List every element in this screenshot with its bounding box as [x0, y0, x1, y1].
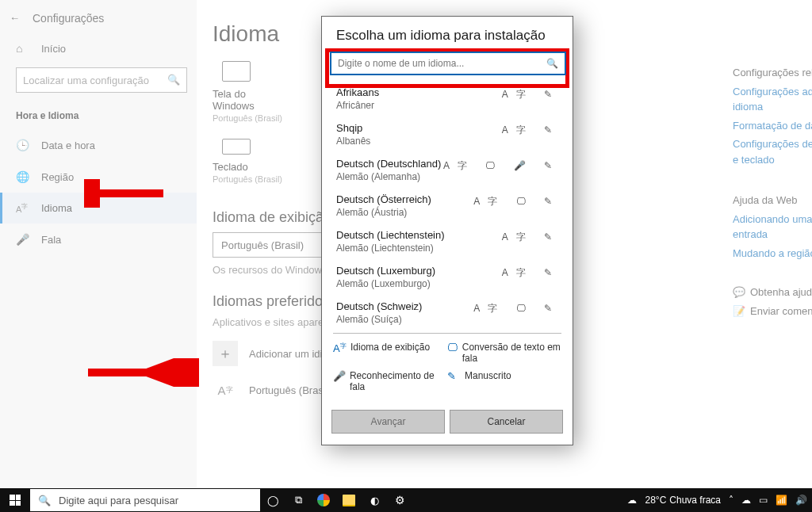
legend-display-icon: A字 — [333, 342, 350, 354]
choose-language-dialog: Escolha um idioma para instalação Digite… — [321, 16, 573, 445]
legend-display: Idioma de exibição — [350, 342, 430, 353]
windows-icon — [10, 495, 21, 506]
wifi-icon[interactable]: 📶 — [776, 495, 787, 506]
lang-row-deutsch-de[interactable]: Deutsch (Deutschland) Alemão (Alemanha) … — [322, 151, 573, 187]
sound-icon[interactable]: 🔊 — [795, 495, 807, 506]
lang-feature-icons: A字 ✎ — [502, 266, 560, 280]
lang-feature-icons: A字 ✎ — [502, 231, 560, 244]
chrome-button[interactable] — [311, 488, 336, 512]
onedrive-icon[interactable]: ☁ — [741, 495, 751, 506]
divider — [333, 333, 561, 334]
lang-row-deutsch-li[interactable]: Deutsch (Liechtenstein) Alemão (Liechten… — [322, 223, 573, 258]
lang-row-deutsch-lu[interactable]: Deutsch (Luxemburg) Alemão (Luxemburgo) … — [322, 258, 573, 294]
legend-hand: Manuscrito — [465, 370, 511, 381]
legend-speech-icon: 🎤 — [333, 370, 350, 382]
legend-speech: Reconhecimento de fala — [350, 370, 447, 392]
cortana-button[interactable]: ◯ — [260, 488, 285, 512]
weather-temp[interactable]: 28°C — [645, 495, 666, 506]
app-button[interactable]: ◐ — [362, 488, 387, 512]
next-button: Avançar — [331, 410, 445, 434]
legend-hand-icon: ✎ — [447, 370, 465, 382]
lang-row-afrikaans[interactable]: Afrikaans Africâner A字 ✎ — [322, 80, 573, 116]
lang-feature-icons: A字 🖵 ✎ — [473, 302, 560, 315]
search-icon: 🔍 — [546, 58, 558, 69]
legend-tts: Conversão de texto em fala — [462, 342, 561, 364]
task-view-button[interactable]: ⧉ — [285, 488, 311, 512]
gear-icon: ⚙ — [395, 494, 405, 506]
lang-row-deutsch-ch[interactable]: Deutsch (Schweiz) Alemão (Suíça) A字 🖵 ✎ — [322, 294, 573, 330]
explorer-button[interactable] — [336, 488, 362, 512]
cancel-button[interactable]: Cancelar — [450, 410, 563, 434]
lang-feature-icons: A字 ✎ — [502, 88, 560, 101]
settings-button[interactable]: ⚙ — [387, 488, 412, 512]
battery-icon[interactable]: ▭ — [759, 495, 768, 506]
lang-row-deutsch-at[interactable]: Deutsch (Österreich) Alemão (Áustria) A字… — [322, 187, 573, 223]
lang-feature-icons: A字 🖵 ✎ — [473, 195, 560, 208]
dialog-search-placeholder: Digite o nome de um idioma... — [338, 58, 464, 69]
legend-tts-icon: 🖵 — [447, 342, 462, 353]
chrome-icon — [317, 494, 330, 506]
taskbar-search[interactable]: 🔍 Digite aqui para pesquisar — [30, 489, 260, 511]
weather-text[interactable]: Chuva fraca — [669, 495, 721, 506]
start-button[interactable] — [0, 488, 30, 512]
dialog-title: Escolha um idioma para instalação — [322, 17, 573, 52]
lang-feature-icons: A字 ✎ — [502, 124, 560, 137]
dialog-search-input[interactable]: Digite o nome de um idioma... 🔍 — [330, 52, 566, 75]
lang-row-shqip[interactable]: Shqip Albanês A字 ✎ — [322, 116, 573, 151]
weather-icon: ☁ — [627, 495, 637, 506]
lang-feature-icons: A字 🖵 🎤 ✎ — [443, 159, 560, 173]
tray-chevron-icon[interactable]: ˄ — [729, 495, 733, 506]
search-icon: 🔍 — [38, 495, 51, 506]
folder-icon — [343, 495, 355, 506]
